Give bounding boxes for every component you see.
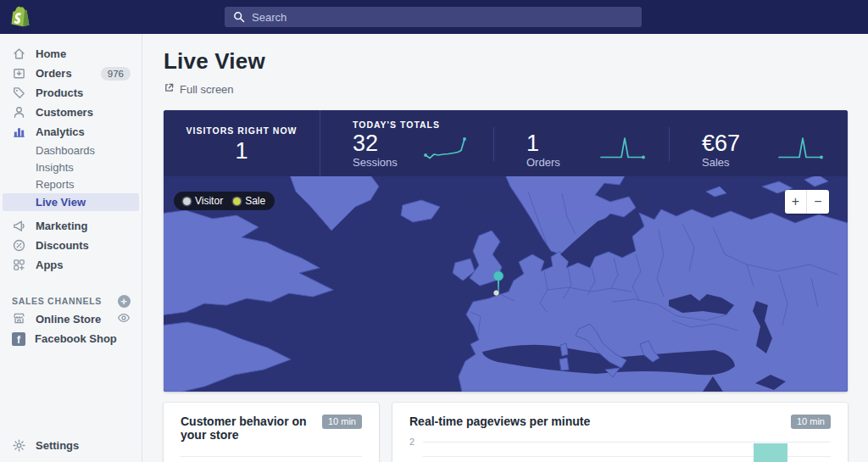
sidebar-item-label: Home [36,47,66,60]
pageviews-bar [754,443,787,462]
storefront-icon [12,311,26,328]
home-icon [12,47,26,61]
tag-icon [12,86,26,100]
external-link-icon [164,82,175,96]
orders-sparkline [598,134,648,166]
sales-value: €67 [702,131,740,155]
sessions-label: Sessions [353,156,398,169]
visitor-dot-icon [183,198,191,205]
sidebar-item-label: Marketing [36,220,87,232]
gear-icon [12,438,26,453]
map-zoom-in-button[interactable]: + [785,190,807,214]
sidebar-item-label: Discounts [36,239,89,252]
apps-grid-icon [12,258,26,272]
customer-behavior-card: Customer behavior on your store 10 min [164,403,379,462]
visitors-value: 1 [235,138,248,164]
orders-count-badge: 976 [101,67,131,81]
map-zoom-control: + − [785,190,829,214]
legend-visitor-label: Visitor [195,195,223,207]
orders-icon [12,66,26,81]
sidebar-item-apps[interactable]: Apps [0,255,142,275]
top-bar: Search [0,0,868,34]
live-view-panel: VISITORS RIGHT NOW 1 TODAY'S TOTALS 32 S… [164,110,848,392]
todays-totals-label: TODAY'S TOTALS [353,120,494,131]
realtime-pageviews-card: Real-time pageviews per minute 10 min 2 [392,403,848,462]
card-title: Customer behavior on your store [181,415,315,442]
time-range-badge: 10 min [322,415,362,429]
legend-sale-label: Sale [245,195,265,207]
sidebar-subitem-live-view[interactable]: Live View [3,193,139,211]
discount-percent-icon [12,238,26,253]
sales-sparkline [776,134,826,166]
sidebar-item-label: Apps [36,259,64,271]
facebook-icon: f [12,332,25,346]
channel-label: Facebook Shop [35,332,117,345]
y-axis-tick: 2 [409,437,415,447]
orders-stat: 1 Orders [494,110,670,176]
sidebar-item-settings[interactable]: Settings [0,438,142,453]
map-legend: Visitor Sale [174,192,275,210]
channel-label: Online Store [36,313,101,326]
chart-gridline [181,456,362,457]
sidebar-item-marketing[interactable]: Marketing [0,216,142,236]
live-visitors-map[interactable]: Visitor Sale + − [164,176,848,392]
sessions-value: 32 [353,131,398,155]
sidebar-item-products[interactable]: Products [0,83,142,103]
sales-channels-heading: SALES CHANNELS + [0,292,142,309]
main-content: Live View Full screen VISITORS RIGHT NOW… [142,34,868,462]
card-title: Real-time pageviews per minute [409,415,590,428]
search-input[interactable]: Search [225,7,642,27]
bottom-cards-row: Customer behavior on your store 10 min R… [164,403,848,462]
sidebar-item-label: Customers [36,106,93,119]
full-screen-label: Full screen [180,83,234,96]
visitors-label: VISITORS RIGHT NOW [186,125,298,136]
sidebar-item-analytics[interactable]: Analytics [0,122,142,142]
sidebar-subitem-dashboards[interactable]: Dashboards [0,142,142,159]
person-icon [12,105,26,120]
subitem-label: Insights [36,161,74,174]
shopify-admin: Search Home Orders 976 Products [0,0,868,462]
sidebar-item-facebook-shop[interactable]: f Facebook Shop [0,329,142,348]
sidebar-item-label: Orders [36,67,72,80]
sessions-sparkline [423,134,472,166]
sidebar-subitem-reports[interactable]: Reports [0,175,142,192]
sidebar-item-discounts[interactable]: Discounts [0,236,142,255]
eye-icon[interactable] [117,311,131,327]
megaphone-icon [12,219,26,233]
legend-visitor: Visitor [183,195,223,207]
sidebar-item-label: Analytics [36,125,85,138]
orders-value: 1 [526,131,560,155]
realtime-pageviews-chart: 2 [409,437,831,462]
full-screen-link[interactable]: Full screen [164,82,234,96]
subitem-label: Live View [36,196,86,209]
sidebar-nav: Home Orders 976 Products Customers [0,34,142,462]
gridline [423,442,831,443]
shopify-logo-icon[interactable] [11,6,31,28]
sidebar-item-label: Products [36,86,83,99]
sessions-stat: TODAY'S TOTALS 32 Sessions [320,110,494,176]
subitem-label: Dashboards [36,144,95,157]
sidebar-subitem-insights[interactable]: Insights [0,159,142,175]
search-icon [233,11,245,23]
legend-sale: Sale [233,195,265,207]
sales-label: Sales [702,156,740,169]
map-zoom-out-button[interactable]: − [807,190,829,214]
sidebar-item-orders[interactable]: Orders 976 [0,64,142,83]
sale-dot-icon [233,198,241,205]
page-title: Live View [164,48,848,75]
sidebar-item-online-store[interactable]: Online Store [0,309,142,329]
sales-stat: €67 Sales [670,110,848,176]
subitem-label: Reports [36,178,75,191]
search-placeholder: Search [252,11,287,24]
sidebar-item-customers[interactable]: Customers [0,103,142,122]
add-sales-channel-button[interactable]: + [118,295,131,308]
analytics-bar-chart-icon [12,125,26,139]
time-range-badge: 10 min [791,415,831,429]
sales-channels-label: SALES CHANNELS [12,296,102,306]
settings-label: Settings [36,439,79,452]
sidebar-item-home[interactable]: Home [0,44,142,64]
live-stats-bar: VISITORS RIGHT NOW 1 TODAY'S TOTALS 32 S… [164,110,848,176]
visitors-right-now-stat: VISITORS RIGHT NOW 1 [164,110,320,176]
orders-label: Orders [526,156,560,169]
